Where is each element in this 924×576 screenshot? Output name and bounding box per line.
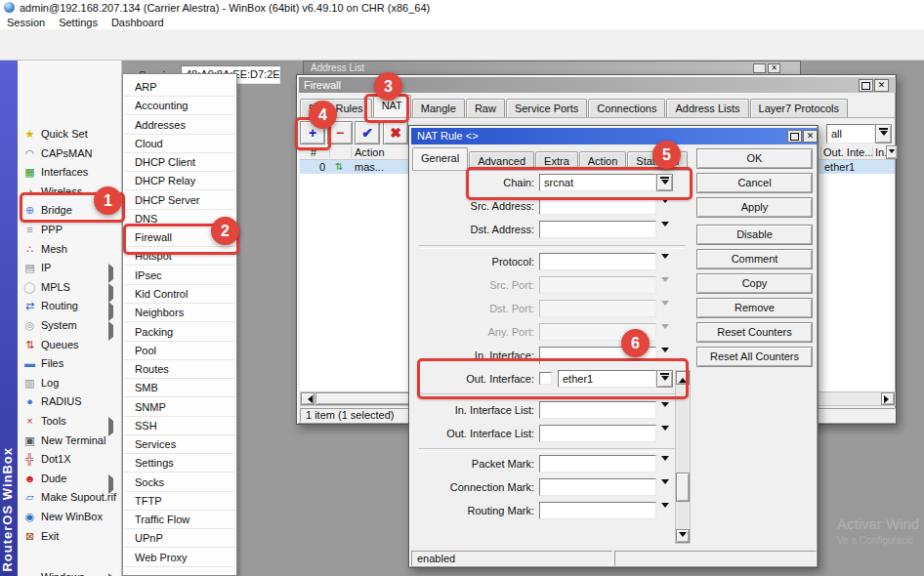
- in-interface-list-field[interactable]: [539, 401, 656, 419]
- protocol-dropdown-icon[interactable]: [661, 259, 669, 270]
- menu-session[interactable]: Session: [7, 16, 45, 29]
- ip-menu-item-pool[interactable]: Pool: [124, 342, 235, 360]
- firewall-filter-dropdown-icon[interactable]: [875, 124, 892, 144]
- ip-menu-item-services[interactable]: Services: [124, 435, 235, 454]
- sidebar-item-quick-set[interactable]: ★Quick Set: [18, 124, 121, 144]
- firewall-tab-connections[interactable]: Connections: [588, 99, 665, 117]
- vscroll-thumb[interactable]: [676, 473, 690, 502]
- column-select-icon[interactable]: [886, 145, 898, 159]
- dst-port-dropdown-icon[interactable]: [661, 306, 669, 317]
- in-interface-list-dropdown-icon[interactable]: [661, 407, 669, 419]
- sidebar-item-new-winbox[interactable]: ◉New WinBox: [18, 507, 121, 526]
- out-interface-list-dropdown-icon[interactable]: [661, 431, 669, 442]
- enable-button[interactable]: ✔: [355, 121, 380, 144]
- sidebar-item-ip[interactable]: ▤IP: [18, 258, 121, 277]
- column-in[interactable]: In.: [875, 145, 886, 159]
- sidebar-item-mpls[interactable]: ◯MPLS: [18, 277, 121, 297]
- ip-menu-item-smb[interactable]: SMB: [124, 379, 235, 397]
- ip-menu-item-dhcp-relay[interactable]: DHCP Relay: [124, 172, 235, 190]
- close-icon[interactable]: ✕: [874, 79, 889, 92]
- src-port-field[interactable]: [539, 276, 656, 294]
- close-icon[interactable]: ✕: [803, 130, 818, 143]
- ip-menu-item-packing[interactable]: Packing: [124, 323, 235, 342]
- comment-button[interactable]: Comment: [696, 249, 813, 269]
- sidebar-item-ppp[interactable]: ≡PPP: [18, 220, 121, 239]
- routing-mark-field[interactable]: [539, 502, 656, 519]
- maximize-icon[interactable]: [787, 130, 802, 143]
- hscroll-thumb[interactable]: [315, 392, 413, 405]
- disable-button[interactable]: Disable: [696, 225, 813, 245]
- connection-mark-dropdown-icon[interactable]: [661, 484, 669, 496]
- sidebar-item-make-supout-rif[interactable]: ▱Make Supout.rif: [18, 487, 121, 507]
- column-out-interface[interactable]: Out. Inte...: [823, 145, 872, 159]
- sidebar-item-routing[interactable]: ⇄Routing: [18, 296, 121, 315]
- sidebar-item-log[interactable]: ▥Log: [18, 373, 121, 392]
- protocol-field[interactable]: [539, 253, 656, 270]
- packet-mark-field[interactable]: [539, 455, 656, 473]
- ip-menu-item-socks[interactable]: Socks: [124, 473, 235, 492]
- sidebar-item-mesh[interactable]: ∴Mesh: [18, 239, 121, 259]
- ip-menu-item-kid-control[interactable]: Kid Control: [124, 285, 235, 304]
- firewall-filter-select[interactable]: all: [826, 124, 875, 144]
- sidebar-item-queues[interactable]: ⇅Queues: [18, 335, 121, 354]
- routing-mark-dropdown-icon[interactable]: [661, 508, 669, 519]
- out-interface-list-field[interactable]: [539, 425, 656, 442]
- sidebar-item-exit[interactable]: ⊠Exit: [18, 526, 121, 546]
- sidebar-item-tools[interactable]: ×Tools: [18, 411, 121, 431]
- firewall-tab-raw[interactable]: Raw: [466, 99, 505, 117]
- reset-counters-button[interactable]: Reset Counters: [696, 322, 813, 343]
- ip-menu-item-web-proxy[interactable]: Web Proxy: [124, 549, 235, 567]
- ip-menu-item-addresses[interactable]: Addresses: [124, 116, 235, 135]
- nat-rule-tab-general[interactable]: General: [412, 147, 468, 170]
- ok-button[interactable]: OK: [696, 148, 813, 169]
- ip-menu-item-routes[interactable]: Routes: [124, 360, 235, 379]
- sidebar-item-windows[interactable]: ▭Windows: [18, 567, 121, 576]
- ip-menu-item-dhcp-client[interactable]: DHCP Client: [124, 153, 235, 172]
- ip-menu-item-cloud[interactable]: Cloud: [124, 135, 235, 153]
- sidebar-item-system[interactable]: ◎System: [18, 315, 121, 335]
- ip-menu-item-traffic-flow[interactable]: Traffic Flow: [124, 511, 235, 529]
- firewall-tab-service-ports[interactable]: Service Ports: [506, 99, 587, 117]
- ip-menu-item-arp[interactable]: ARP: [124, 78, 235, 97]
- src-address-dropdown-icon[interactable]: [661, 203, 669, 215]
- ip-menu-item-ssh[interactable]: SSH: [124, 417, 235, 435]
- dst-address-dropdown-icon[interactable]: [661, 226, 669, 238]
- dst-address-field[interactable]: [539, 221, 656, 238]
- scroll-right-icon[interactable]: [881, 392, 895, 405]
- ip-menu-item-tftp[interactable]: TFTP: [124, 492, 235, 511]
- reset-all-counters-button[interactable]: Reset All Counters: [696, 347, 813, 367]
- background-window-titlebar[interactable]: Address List ✕: [303, 61, 801, 74]
- any-port-dropdown-icon[interactable]: [661, 329, 669, 341]
- ip-menu-item-snmp[interactable]: SNMP: [124, 398, 235, 417]
- ip-menu-item-dhcp-server[interactable]: DHCP Server: [124, 191, 235, 210]
- dst-port-field[interactable]: [539, 300, 656, 317]
- ip-menu-item-upnp[interactable]: UPnP: [124, 529, 235, 548]
- sidebar-item-capsman[interactable]: ◠CAPsMAN: [18, 144, 121, 163]
- remove-button[interactable]: Remove: [696, 298, 813, 318]
- close-icon[interactable]: ✕: [768, 63, 780, 73]
- firewall-tab-address-lists[interactable]: Address Lists: [666, 99, 748, 117]
- packet-mark-dropdown-icon[interactable]: [661, 461, 669, 473]
- sidebar-item-dot1x[interactable]: ╬Dot1X: [18, 449, 121, 469]
- copy-button[interactable]: Copy: [696, 273, 813, 294]
- ip-menu-item-neighbors[interactable]: Neighbors: [124, 304, 235, 322]
- menu-dashboard[interactable]: Dashboard: [111, 16, 164, 29]
- firewall-tab-layer7-protocols[interactable]: Layer7 Protocols: [750, 99, 849, 117]
- disable-button[interactable]: ✖: [383, 121, 408, 144]
- cancel-button[interactable]: Cancel: [696, 173, 813, 193]
- nat-rule-titlebar[interactable]: NAT Rule <>: [411, 128, 818, 144]
- column-action[interactable]: Action: [355, 145, 398, 159]
- sidebar-item-files[interactable]: ▬Files: [18, 353, 121, 373]
- sidebar-item-dude[interactable]: ☻Dude: [18, 469, 121, 488]
- apply-button[interactable]: Apply: [696, 197, 813, 218]
- maximize-icon[interactable]: [753, 63, 766, 73]
- scroll-down-icon[interactable]: [676, 529, 690, 543]
- connection-mark-field[interactable]: [539, 478, 656, 496]
- ip-menu-item-accounting[interactable]: Accounting: [124, 97, 235, 115]
- menu-settings[interactable]: Settings: [59, 16, 98, 29]
- maximize-icon[interactable]: [859, 79, 873, 92]
- scroll-left-icon[interactable]: [301, 392, 315, 405]
- sidebar-item-radius[interactable]: ●RADIUS: [18, 391, 121, 411]
- sidebar-item-new-terminal[interactable]: ▣New Terminal: [18, 431, 121, 450]
- ip-menu-item-settings[interactable]: Settings: [124, 454, 235, 473]
